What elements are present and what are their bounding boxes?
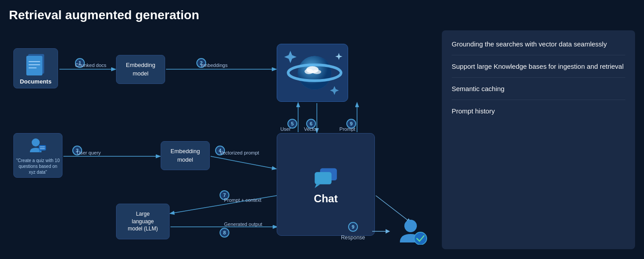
vectorized-prompt-label: Vectorized prompt (220, 150, 259, 155)
sidebar-items-list: Grounding the searches with vector data … (452, 39, 625, 122)
embedding2-label: Embedding model (170, 147, 200, 163)
svg-point-21 (32, 138, 40, 146)
sidebar-item-grounding-text: Grounding the searches with vector data … (452, 40, 607, 48)
sidebar-item-caching: Semantic caching (452, 84, 625, 100)
response-label: Response (341, 234, 365, 241)
sidebar-item-grounding: Grounding the searches with vector data … (452, 39, 625, 55)
prompt-context-label: Prompt + context (224, 197, 261, 203)
node-documents: Documents (13, 48, 58, 88)
main-container: Retrieval augmented generation (0, 0, 644, 259)
svg-point-20 (312, 70, 321, 74)
response-arrow-icon (372, 227, 390, 236)
llm-label: Large language model (LLM) (128, 210, 158, 233)
svg-point-19 (304, 69, 313, 74)
flow-area: Documents 1 Chunked docs Embedding model… (9, 30, 437, 249)
chat-label: Chat (314, 192, 337, 205)
response-area: 9 Response (341, 218, 428, 245)
svg-rect-26 (315, 172, 332, 184)
sidebar-item-history: Prompt history (452, 106, 625, 122)
vectordb-icon (277, 44, 348, 102)
svg-point-29 (414, 232, 427, 245)
node-llm: Large language model (LLM) (116, 204, 170, 239)
node-embedding1: Embedding model (116, 55, 165, 84)
response-user-icon (397, 218, 428, 245)
user-query-arrow-label: User query (77, 150, 101, 155)
step-badge-8: 8 (220, 228, 229, 238)
documents-label: Documents (20, 78, 52, 85)
chat-icon (312, 164, 339, 189)
sidebar-panel: Grounding the searches with vector data … (442, 30, 635, 249)
step-badge-9b: 9 (348, 222, 358, 232)
chunked-docs-label: Chunked docs (75, 63, 106, 68)
svg-point-28 (404, 220, 417, 232)
svg-rect-11 (26, 56, 42, 75)
sidebar-item-knowledge-text: Support large Knowledge bases for ingest… (452, 63, 623, 70)
documents-icon (25, 52, 47, 76)
embedding1-label: Embedding model (126, 61, 155, 77)
page-title: Retrieval augmented generation (9, 8, 635, 22)
node-userquery: "Create a quiz with 10 questions based o… (13, 133, 62, 178)
user-speech-icon (28, 136, 48, 156)
sidebar-item-caching-text: Semantic caching (452, 85, 504, 92)
node-embedding2: Embedding model (161, 141, 210, 170)
generated-output-label: Generated output (224, 221, 262, 227)
response-label-group: 9 Response (341, 222, 365, 241)
userquery-label: "Create a quiz with 10 questions based o… (14, 158, 62, 175)
diagram-area: Documents 1 Chunked docs Embedding model… (9, 30, 635, 249)
sidebar-item-history-text: Prompt history (452, 107, 495, 115)
sidebar-item-knowledge: Support large Knowledge bases for ingest… (452, 62, 625, 78)
embeddings-label: embeddings (201, 63, 228, 68)
node-vectordb (277, 44, 348, 102)
svg-line-3 (211, 156, 276, 169)
svg-rect-22 (39, 145, 46, 150)
